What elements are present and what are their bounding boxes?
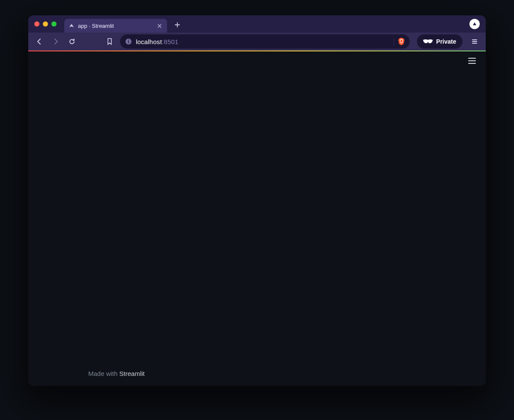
page-content: Made with Streamlit [28,51,486,386]
browser-menu-button[interactable] [469,36,481,48]
bookmark-button[interactable] [104,36,116,48]
tab-close-button[interactable] [156,22,163,29]
address-text: localhost:8501 [136,38,390,45]
brave-shields-icon[interactable] [397,38,405,45]
private-label: Private [436,38,456,45]
browser-window: app · Streamlit [28,15,486,386]
nav-forward-button[interactable] [50,36,62,48]
address-divider [394,38,394,45]
window-close-button[interactable] [34,21,39,27]
window-maximize-button[interactable] [51,21,57,27]
streamlit-favicon [69,23,75,29]
new-tab-button[interactable] [171,19,183,31]
nav-reload-button[interactable] [66,36,78,48]
streamlit-footer: Made with Streamlit [28,366,486,386]
sunglasses-icon [423,39,433,44]
browser-toolbar: localhost:8501 Private [28,33,486,51]
streamlit-app-body [28,70,486,366]
window-minimize-button[interactable] [43,21,48,27]
svg-rect-1 [128,41,129,43]
nav-back-button[interactable] [33,36,45,48]
site-info-icon[interactable] [125,38,132,45]
streamlit-topbar [28,51,486,70]
svg-point-2 [128,40,129,41]
private-mode-indicator[interactable]: Private [417,34,463,49]
streamlit-menu-button[interactable] [466,55,478,67]
browser-tab[interactable]: app · Streamlit [64,19,167,33]
window-controls [34,21,57,27]
footer-prefix: Made with [88,370,120,377]
tab-title: app · Streamlit [78,23,152,29]
tab-strip: app · Streamlit [28,15,486,33]
profile-button[interactable] [469,19,480,29]
address-bar[interactable]: localhost:8501 [120,34,410,49]
footer-brand-link[interactable]: Streamlit [120,370,145,377]
